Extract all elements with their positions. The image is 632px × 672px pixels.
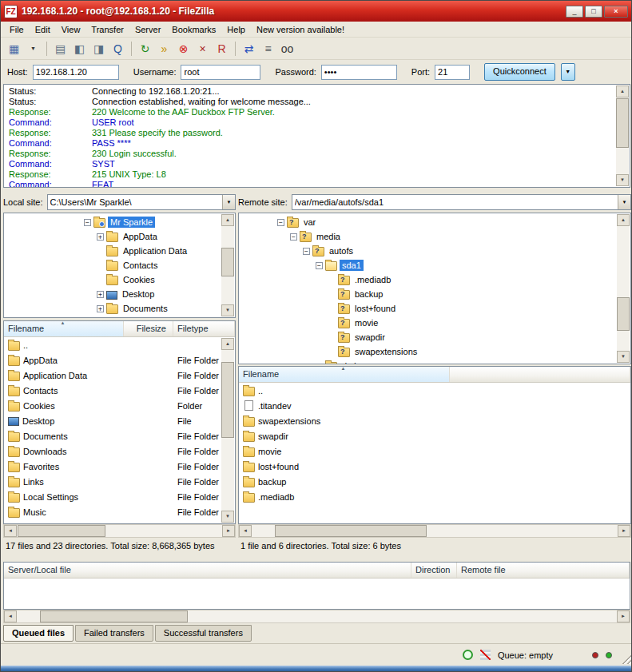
remote-tree-scrollbar[interactable]: ▲▼ xyxy=(617,214,630,363)
tree-item-sda1[interactable]: −sda1 xyxy=(239,258,630,272)
tree-item-documents[interactable]: +Documents xyxy=(4,301,235,316)
tab-queued-files[interactable]: Queued files xyxy=(3,625,74,642)
column-header-filename[interactable]: ▲Filename xyxy=(239,367,450,382)
tree-item-autofs[interactable]: −autofs xyxy=(239,244,630,258)
tree-item-dvd[interactable]: dvd xyxy=(239,359,630,364)
site-manager-dropdown-button[interactable]: ▼ xyxy=(24,40,42,58)
local-site-input[interactable] xyxy=(48,197,222,207)
tree-item-desktop[interactable]: +Desktop xyxy=(4,287,235,301)
file-row-downloads[interactable]: DownloadsFile Folder xyxy=(4,443,235,459)
scroll-right-button[interactable]: ► xyxy=(617,610,630,622)
tree-item-contacts[interactable]: Contacts xyxy=(4,258,235,272)
queue-list[interactable] xyxy=(4,579,630,609)
local-site-combo[interactable]: ▼ xyxy=(47,194,236,210)
file-row-lost-found[interactable]: lost+found xyxy=(239,459,630,474)
tree-item-lost-found[interactable]: lost+found xyxy=(239,301,630,316)
scroll-left-button[interactable]: ◄ xyxy=(239,525,252,537)
process-queue-button[interactable]: » xyxy=(155,40,173,58)
scrollbar-thumb[interactable] xyxy=(275,525,427,537)
expand-icon[interactable]: + xyxy=(97,291,104,298)
tree-item-downloads[interactable]: Downloads xyxy=(4,316,235,318)
cancel-button[interactable]: ⊗ xyxy=(174,40,193,58)
toggle-remote-tree-button[interactable]: ◨ xyxy=(89,40,108,58)
scroll-right-button[interactable]: ► xyxy=(222,525,235,537)
scroll-up-button[interactable]: ▲ xyxy=(617,214,630,226)
directory-comparison-button[interactable]: ⇄ xyxy=(240,40,258,58)
tree-item-appdata[interactable]: +AppData xyxy=(4,229,235,244)
column-header-remote-file[interactable]: Remote file xyxy=(457,563,630,578)
tree-item-swapdir[interactable]: swapdir xyxy=(239,330,630,344)
menu-item-transfer[interactable]: Transfer xyxy=(85,23,129,36)
column-header-filetype[interactable]: Filetype xyxy=(173,321,235,336)
file-row-favorites[interactable]: FavoritesFile Folder xyxy=(4,459,235,474)
collapse-icon[interactable]: − xyxy=(277,219,284,226)
column-header-filename[interactable]: ▲Filename xyxy=(4,321,124,336)
file-row-swapdir[interactable]: swapdir xyxy=(239,428,630,443)
tree-item-media[interactable]: −media xyxy=(239,229,630,244)
scroll-right-button[interactable]: ► xyxy=(618,525,630,537)
menu-item-server[interactable]: Server xyxy=(129,23,166,36)
scrollbar-thumb[interactable] xyxy=(40,610,188,622)
toggle-queue-button[interactable]: Q xyxy=(109,40,127,58)
file-row-mediadb[interactable]: .mediadb xyxy=(239,489,630,504)
speed-limits-icon[interactable] xyxy=(463,650,473,660)
menu-item-help[interactable]: Help xyxy=(221,23,251,36)
scroll-left-button[interactable]: ◄ xyxy=(4,525,17,537)
tree-item-mr-sparkle[interactable]: −Mr Sparkle xyxy=(4,215,235,229)
maximize-button[interactable]: □ xyxy=(585,6,602,18)
scrollbar-thumb[interactable] xyxy=(221,248,234,276)
toggle-local-tree-button[interactable]: ◧ xyxy=(70,40,89,58)
tree-item-mediadb[interactable]: .mediadb xyxy=(239,272,630,287)
collapse-icon[interactable]: − xyxy=(290,233,297,241)
column-header-direction[interactable]: Direction xyxy=(411,563,457,578)
scroll-up-button[interactable]: ▲ xyxy=(221,338,234,350)
file-row-cookies[interactable]: CookiesFolder xyxy=(4,398,235,413)
collapse-icon[interactable]: − xyxy=(84,219,91,226)
file-row-movie[interactable]: movie xyxy=(239,443,630,459)
tab-successful-transfers[interactable]: Successful transfers xyxy=(155,625,252,642)
local-horizontal-scrollbar[interactable]: ◄► xyxy=(3,524,236,538)
host-input[interactable] xyxy=(33,65,119,80)
queue-horizontal-scrollbar[interactable]: ◄► xyxy=(3,610,630,623)
quickconnect-button[interactable]: Quickconnect xyxy=(484,63,555,81)
resize-grip[interactable] xyxy=(621,654,631,664)
scroll-down-button[interactable]: ▼ xyxy=(221,304,234,316)
dropdown-icon[interactable]: ▼ xyxy=(222,195,235,209)
directory-comparison-icon[interactable] xyxy=(480,650,491,660)
scrollbar-thumb[interactable] xyxy=(617,297,630,331)
title-bar[interactable]: FZ 192.168.1.20 - root@192.168.1.20 - Fi… xyxy=(1,1,631,22)
scrollbar-thumb[interactable] xyxy=(221,362,234,438)
menu-item-edit[interactable]: Edit xyxy=(30,23,56,36)
menu-item-new-version-available[interactable]: New version available! xyxy=(251,23,350,36)
file-row-appdata[interactable]: AppDataFile Folder xyxy=(4,352,235,368)
reconnect-button[interactable]: R xyxy=(213,40,231,58)
scroll-left-button[interactable]: ◄ xyxy=(4,610,17,622)
file-row-[interactable]: .. xyxy=(4,337,235,352)
file-row-local-settings[interactable]: Local SettingsFile Folder xyxy=(4,489,235,504)
message-log-scrollbar[interactable]: ▲▼ xyxy=(616,85,629,186)
toggle-message-log-button[interactable]: ▤ xyxy=(51,40,70,58)
scrollbar-thumb[interactable] xyxy=(616,98,629,148)
file-row-application-data[interactable]: Application DataFile Folder xyxy=(4,368,235,383)
file-row-titandev[interactable]: .titandev xyxy=(239,398,630,413)
file-row-swapextensions[interactable]: swapextensions xyxy=(239,413,630,428)
file-row-documents[interactable]: DocumentsFile Folder xyxy=(4,428,235,443)
username-input[interactable] xyxy=(181,65,260,80)
file-row-contacts[interactable]: ContactsFile Folder xyxy=(4,383,235,398)
minimize-button[interactable]: _ xyxy=(566,6,583,18)
port-input[interactable] xyxy=(435,65,470,80)
password-input[interactable] xyxy=(321,65,397,80)
scroll-up-button[interactable]: ▲ xyxy=(616,85,629,97)
column-header-server-local-file[interactable]: Server/Local file xyxy=(4,563,411,578)
file-row-music[interactable]: MusicFile Folder xyxy=(4,504,235,519)
file-row-[interactable]: .. xyxy=(239,383,630,398)
tree-item-movie[interactable]: movie xyxy=(239,316,630,330)
refresh-button[interactable]: ↻ xyxy=(136,40,154,58)
quickconnect-dropdown-button[interactable]: ▼ xyxy=(561,63,575,81)
menu-item-view[interactable]: View xyxy=(56,23,86,36)
site-manager-button[interactable]: ▦ xyxy=(5,40,23,58)
file-row-backup[interactable]: backup xyxy=(239,474,630,489)
dropdown-icon[interactable]: ▼ xyxy=(618,195,630,209)
tree-item-backup[interactable]: backup xyxy=(239,287,630,301)
find-files-button[interactable]: oo xyxy=(278,40,296,58)
